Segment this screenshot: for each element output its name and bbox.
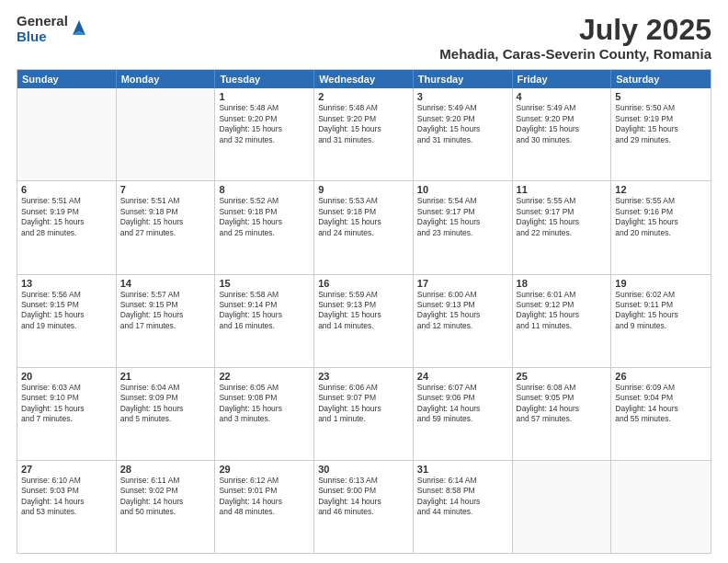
cell-w3-d3: 23Sunrise: 6:06 AM Sunset: 9:07 PM Dayli… xyxy=(314,368,414,460)
day-number: 6 xyxy=(21,184,112,195)
day-content: Sunrise: 5:55 AM Sunset: 9:16 PM Dayligh… xyxy=(615,196,707,238)
day-number: 4 xyxy=(517,91,608,102)
header-tuesday: Tuesday xyxy=(215,70,314,88)
day-content: Sunrise: 5:49 AM Sunset: 9:20 PM Dayligh… xyxy=(517,103,608,145)
day-content: Sunrise: 5:59 AM Sunset: 9:13 PM Dayligh… xyxy=(318,290,409,332)
week-row-1: 6Sunrise: 5:51 AM Sunset: 9:19 PM Daylig… xyxy=(17,180,711,273)
day-content: Sunrise: 6:12 AM Sunset: 9:01 PM Dayligh… xyxy=(219,476,310,518)
title-block: July 2025 Mehadia, Caras-Severin County,… xyxy=(439,14,711,62)
day-number: 31 xyxy=(417,464,508,475)
week-row-0: 1Sunrise: 5:48 AM Sunset: 9:20 PM Daylig… xyxy=(17,88,711,180)
day-content: Sunrise: 5:48 AM Sunset: 9:20 PM Dayligh… xyxy=(318,103,409,145)
day-number: 17 xyxy=(417,278,508,289)
day-number: 27 xyxy=(21,464,112,475)
cell-w2-d0: 13Sunrise: 5:56 AM Sunset: 9:15 PM Dayli… xyxy=(17,275,117,367)
cell-w2-d3: 16Sunrise: 5:59 AM Sunset: 9:13 PM Dayli… xyxy=(314,275,414,367)
day-number: 1 xyxy=(219,91,310,102)
day-number: 16 xyxy=(318,278,409,289)
calendar-header: Sunday Monday Tuesday Wednesday Thursday… xyxy=(17,70,711,88)
cell-w0-d0 xyxy=(17,88,117,180)
day-number: 23 xyxy=(318,371,409,382)
cell-w1-d2: 8Sunrise: 5:52 AM Sunset: 9:18 PM Daylig… xyxy=(215,181,314,273)
day-content: Sunrise: 5:53 AM Sunset: 9:18 PM Dayligh… xyxy=(318,196,409,238)
day-content: Sunrise: 5:49 AM Sunset: 9:20 PM Dayligh… xyxy=(417,103,508,145)
day-content: Sunrise: 6:01 AM Sunset: 9:12 PM Dayligh… xyxy=(517,290,608,332)
month-title: July 2025 xyxy=(439,14,711,46)
header: General Blue July 2025 Mehadia, Caras-Se… xyxy=(17,14,711,62)
day-number: 28 xyxy=(120,464,211,475)
day-content: Sunrise: 6:04 AM Sunset: 9:09 PM Dayligh… xyxy=(120,383,211,425)
day-content: Sunrise: 5:54 AM Sunset: 9:17 PM Dayligh… xyxy=(417,196,508,238)
cell-w3-d0: 20Sunrise: 6:03 AM Sunset: 9:10 PM Dayli… xyxy=(17,368,117,460)
cell-w2-d6: 19Sunrise: 6:02 AM Sunset: 9:11 PM Dayli… xyxy=(611,275,711,367)
day-content: Sunrise: 5:52 AM Sunset: 9:18 PM Dayligh… xyxy=(219,196,310,238)
cell-w2-d4: 17Sunrise: 6:00 AM Sunset: 9:13 PM Dayli… xyxy=(414,275,513,367)
day-number: 14 xyxy=(120,278,211,289)
cell-w2-d1: 14Sunrise: 5:57 AM Sunset: 9:15 PM Dayli… xyxy=(117,275,216,367)
day-content: Sunrise: 6:06 AM Sunset: 9:07 PM Dayligh… xyxy=(318,383,409,425)
day-content: Sunrise: 5:48 AM Sunset: 9:20 PM Dayligh… xyxy=(219,103,310,145)
day-number: 30 xyxy=(318,464,409,475)
cell-w0-d2: 1Sunrise: 5:48 AM Sunset: 9:20 PM Daylig… xyxy=(215,88,314,180)
cell-w0-d4: 3Sunrise: 5:49 AM Sunset: 9:20 PM Daylig… xyxy=(414,88,513,180)
cell-w4-d3: 30Sunrise: 6:13 AM Sunset: 9:00 PM Dayli… xyxy=(314,461,414,553)
calendar: Sunday Monday Tuesday Wednesday Thursday… xyxy=(17,69,711,554)
cell-w4-d2: 29Sunrise: 6:12 AM Sunset: 9:01 PM Dayli… xyxy=(215,461,314,553)
day-number: 11 xyxy=(517,184,608,195)
cell-w0-d3: 2Sunrise: 5:48 AM Sunset: 9:20 PM Daylig… xyxy=(314,88,414,180)
day-number: 8 xyxy=(219,184,310,195)
cell-w2-d5: 18Sunrise: 6:01 AM Sunset: 9:12 PM Dayli… xyxy=(513,275,612,367)
day-number: 18 xyxy=(517,278,608,289)
cell-w3-d4: 24Sunrise: 6:07 AM Sunset: 9:06 PM Dayli… xyxy=(414,368,513,460)
day-content: Sunrise: 6:14 AM Sunset: 8:58 PM Dayligh… xyxy=(417,476,508,518)
header-monday: Monday xyxy=(117,70,216,88)
day-content: Sunrise: 5:56 AM Sunset: 9:15 PM Dayligh… xyxy=(21,290,112,332)
calendar-body: 1Sunrise: 5:48 AM Sunset: 9:20 PM Daylig… xyxy=(17,88,711,553)
week-row-3: 20Sunrise: 6:03 AM Sunset: 9:10 PM Dayli… xyxy=(17,367,711,460)
cell-w3-d1: 21Sunrise: 6:04 AM Sunset: 9:09 PM Dayli… xyxy=(117,368,216,460)
cell-w4-d5 xyxy=(513,461,612,553)
day-content: Sunrise: 5:57 AM Sunset: 9:15 PM Dayligh… xyxy=(120,290,211,332)
header-sunday: Sunday xyxy=(17,70,117,88)
day-content: Sunrise: 5:50 AM Sunset: 9:19 PM Dayligh… xyxy=(615,103,707,145)
day-content: Sunrise: 6:13 AM Sunset: 9:00 PM Dayligh… xyxy=(318,476,409,518)
cell-w1-d5: 11Sunrise: 5:55 AM Sunset: 9:17 PM Dayli… xyxy=(513,181,612,273)
page: General Blue July 2025 Mehadia, Caras-Se… xyxy=(0,0,728,563)
day-content: Sunrise: 6:10 AM Sunset: 9:03 PM Dayligh… xyxy=(21,476,112,518)
day-content: Sunrise: 6:05 AM Sunset: 9:08 PM Dayligh… xyxy=(219,383,310,425)
day-number: 9 xyxy=(318,184,409,195)
header-friday: Friday xyxy=(513,70,612,88)
day-content: Sunrise: 6:07 AM Sunset: 9:06 PM Dayligh… xyxy=(417,383,508,425)
day-content: Sunrise: 6:09 AM Sunset: 9:04 PM Dayligh… xyxy=(615,383,707,425)
cell-w3-d2: 22Sunrise: 6:05 AM Sunset: 9:08 PM Dayli… xyxy=(215,368,314,460)
day-number: 10 xyxy=(417,184,508,195)
day-content: Sunrise: 5:51 AM Sunset: 9:18 PM Dayligh… xyxy=(120,196,211,238)
week-row-4: 27Sunrise: 6:10 AM Sunset: 9:03 PM Dayli… xyxy=(17,460,711,553)
logo-blue: Blue xyxy=(17,29,68,45)
day-content: Sunrise: 5:58 AM Sunset: 9:14 PM Dayligh… xyxy=(219,290,310,332)
day-number: 2 xyxy=(318,91,409,102)
day-content: Sunrise: 6:03 AM Sunset: 9:10 PM Dayligh… xyxy=(21,383,112,425)
cell-w0-d6: 5Sunrise: 5:50 AM Sunset: 9:19 PM Daylig… xyxy=(611,88,711,180)
cell-w4-d0: 27Sunrise: 6:10 AM Sunset: 9:03 PM Dayli… xyxy=(17,461,117,553)
cell-w0-d1 xyxy=(117,88,216,180)
day-number: 19 xyxy=(615,278,707,289)
day-content: Sunrise: 6:00 AM Sunset: 9:13 PM Dayligh… xyxy=(417,290,508,332)
cell-w1-d0: 6Sunrise: 5:51 AM Sunset: 9:19 PM Daylig… xyxy=(17,181,117,273)
cell-w2-d2: 15Sunrise: 5:58 AM Sunset: 9:14 PM Dayli… xyxy=(215,275,314,367)
cell-w1-d1: 7Sunrise: 5:51 AM Sunset: 9:18 PM Daylig… xyxy=(117,181,216,273)
location-title: Mehadia, Caras-Severin County, Romania xyxy=(439,46,711,62)
logo: General Blue xyxy=(17,14,87,44)
day-number: 21 xyxy=(120,371,211,382)
cell-w1-d6: 12Sunrise: 5:55 AM Sunset: 9:16 PM Dayli… xyxy=(611,181,711,273)
cell-w4-d4: 31Sunrise: 6:14 AM Sunset: 8:58 PM Dayli… xyxy=(414,461,513,553)
day-number: 24 xyxy=(417,371,508,382)
cell-w3-d6: 26Sunrise: 6:09 AM Sunset: 9:04 PM Dayli… xyxy=(611,368,711,460)
day-content: Sunrise: 5:55 AM Sunset: 9:17 PM Dayligh… xyxy=(517,196,608,238)
header-thursday: Thursday xyxy=(414,70,513,88)
header-saturday: Saturday xyxy=(611,70,711,88)
day-number: 15 xyxy=(219,278,310,289)
day-number: 3 xyxy=(417,91,508,102)
day-number: 26 xyxy=(615,371,707,382)
day-content: Sunrise: 6:11 AM Sunset: 9:02 PM Dayligh… xyxy=(120,476,211,518)
